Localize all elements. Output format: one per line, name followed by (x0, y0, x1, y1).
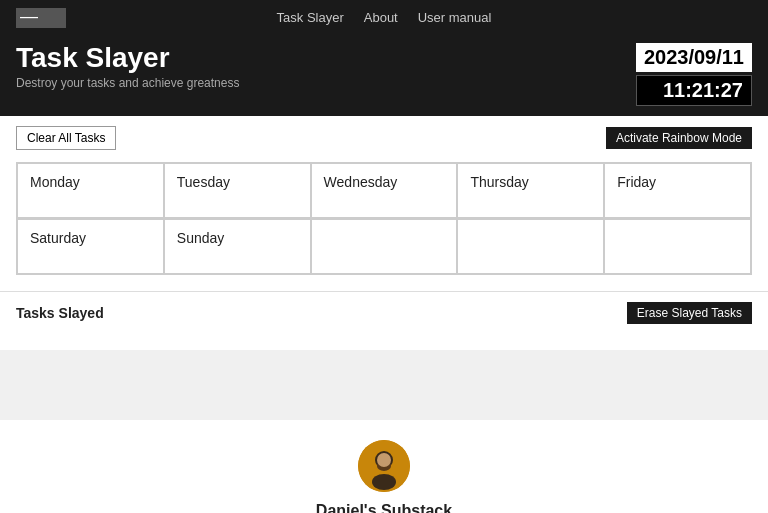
empty-space (0, 350, 768, 420)
app-title: Task Slayer (16, 43, 239, 74)
day-grid-row1: Monday Tuesday Wednesday Thursday Friday (16, 162, 752, 219)
toolbar: Clear All Tasks Activate Rainbow Mode (16, 126, 752, 150)
day-sunday[interactable]: Sunday (164, 219, 311, 274)
title-bar: Task Slayer Destroy your tasks and achie… (0, 35, 768, 116)
day-empty-2 (457, 219, 604, 274)
main-content: Clear All Tasks Activate Rainbow Mode Mo… (0, 116, 768, 350)
nav-user-manual[interactable]: User manual (418, 10, 492, 25)
day-empty-3 (604, 219, 751, 274)
activate-rainbow-mode-button[interactable]: Activate Rainbow Mode (606, 127, 752, 149)
substack-section: Daniel's Substack My view on web and sel… (0, 420, 768, 513)
nav-task-slayer[interactable]: Task Slayer (277, 10, 344, 25)
day-grid-row2: Saturday Sunday (16, 219, 752, 275)
avatar (358, 440, 410, 492)
tasks-slayed-bar: Tasks Slayed Erase Slayed Tasks (0, 291, 768, 334)
day-saturday[interactable]: Saturday (17, 219, 164, 274)
time-display: 11:21:27 (636, 75, 752, 106)
logo (16, 8, 66, 28)
logo-icon (16, 8, 66, 28)
nav-about[interactable]: About (364, 10, 398, 25)
day-tuesday[interactable]: Tuesday (164, 163, 311, 218)
date-time: 2023/09/11 11:21:27 (636, 43, 752, 106)
erase-slayed-tasks-button[interactable]: Erase Slayed Tasks (627, 302, 752, 324)
day-monday[interactable]: Monday (17, 163, 164, 218)
top-nav: Task Slayer About User manual (0, 0, 768, 35)
day-friday[interactable]: Friday (604, 163, 751, 218)
app-info: Task Slayer Destroy your tasks and achie… (16, 43, 239, 90)
app-subtitle: Destroy your tasks and achieve greatness (16, 76, 239, 90)
day-wednesday[interactable]: Wednesday (311, 163, 458, 218)
day-empty-1 (311, 219, 458, 274)
svg-point-4 (377, 453, 391, 467)
day-thursday[interactable]: Thursday (457, 163, 604, 218)
tasks-slayed-label: Tasks Slayed (16, 305, 104, 321)
clear-all-tasks-button[interactable]: Clear All Tasks (16, 126, 116, 150)
svg-point-2 (372, 474, 396, 490)
date-display: 2023/09/11 (636, 43, 752, 72)
substack-title: Daniel's Substack (16, 502, 752, 513)
